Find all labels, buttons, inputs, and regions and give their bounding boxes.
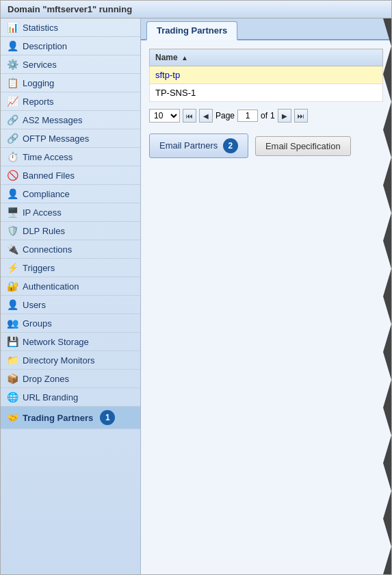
statistics-icon: 📊 — [6, 22, 18, 33]
sidebar-label-users: Users — [23, 300, 46, 310]
oftpmessages-icon: 🔗 — [6, 133, 18, 144]
sidebar-label-reports: Reports — [23, 97, 54, 107]
trading-partners-table: Name ▲ sftp-tpTP-SNS-1 — [149, 49, 383, 102]
total-pages: 1 — [270, 111, 275, 120]
table-row[interactable]: TP-SNS-1 — [150, 84, 383, 102]
sidebar-label-oftpmessages: OFTP Messages — [23, 133, 89, 144]
main-content: Trading Partners Name ▲ sftp-tpTP-SN — [141, 18, 391, 574]
title-bar: Domain "mftserver1" running — [1, 1, 391, 18]
sidebar-label-dlprules: DLP Rules — [23, 226, 65, 236]
logging-icon: 📋 — [6, 77, 18, 88]
sidebar-label-groups: Groups — [23, 318, 52, 329]
sidebar-item-users[interactable]: 👤Users — [1, 296, 140, 314]
sidebar-badge-tradingpartners: 1 — [100, 410, 115, 425]
timeaccess-icon: ⏱️ — [6, 151, 18, 162]
sidebar-label-authentication: Authentication — [23, 281, 79, 292]
sidebar-label-ipaccess: IP Access — [23, 207, 62, 218]
pagination-bar: 10 25 50 ⏮ ◀ Page of 1 ▶ ⏭ — [149, 109, 383, 123]
sort-asc-icon: ▲ — [181, 54, 188, 62]
sidebar-label-networkstorage: Network Storage — [23, 337, 89, 347]
content-area: Name ▲ sftp-tpTP-SNS-1 10 25 50 ⏮ — [141, 40, 391, 574]
sidebar-label-connections: Connections — [23, 244, 72, 255]
sidebar-label-statistics: Statistics — [23, 23, 58, 33]
prev-page-button[interactable]: ◀ — [199, 109, 213, 123]
sidebar-label-dropzones: Drop Zones — [23, 374, 69, 384]
email-partners-button[interactable]: Email Partners 2 — [149, 133, 248, 158]
table-row[interactable]: sftp-tp — [150, 66, 383, 84]
sidebar-item-reports[interactable]: 📈Reports — [1, 92, 140, 111]
title-text: Domain "mftserver1" running — [8, 4, 132, 14]
sidebar-item-timeaccess[interactable]: ⏱️Time Access — [1, 148, 140, 166]
authentication-icon: 🔐 — [6, 281, 18, 292]
sidebar-item-dlprules[interactable]: 🛡️DLP Rules — [1, 222, 140, 240]
page-input[interactable] — [237, 110, 258, 122]
sidebar-item-tradingpartners[interactable]: 🤝Trading Partners1 — [1, 407, 140, 429]
groups-icon: 👥 — [6, 318, 18, 329]
page-label: Page — [215, 111, 235, 120]
sidebar-item-as2messages[interactable]: 🔗AS2 Messages — [1, 111, 140, 129]
of-label: of — [261, 111, 267, 120]
reports-icon: 📈 — [6, 96, 18, 107]
networkstorage-icon: 💾 — [6, 336, 18, 347]
sidebar-item-directorymonitors[interactable]: 📁Directory Monitors — [1, 351, 140, 370]
column-name[interactable]: Name ▲ — [150, 49, 383, 66]
dlprules-icon: 🛡️ — [6, 225, 18, 236]
description-icon: 👤 — [6, 40, 18, 51]
page-size-select[interactable]: 10 25 50 — [149, 109, 180, 123]
services-icon: ⚙️ — [6, 59, 18, 70]
sidebar-item-ipaccess[interactable]: 🖥️IP Access — [1, 203, 140, 222]
sidebar-label-tradingpartners: Trading Partners — [23, 413, 93, 423]
sidebar-item-bannedfiles[interactable]: 🚫Banned Files — [1, 166, 140, 185]
last-page-button[interactable]: ⏭ — [294, 109, 308, 123]
email-partners-badge: 2 — [223, 138, 238, 153]
sidebar-item-authentication[interactable]: 🔐Authentication — [1, 277, 140, 296]
sidebar-item-dropzones[interactable]: 📦Drop Zones — [1, 370, 140, 388]
sidebar-item-compliance[interactable]: 👤Compliance — [1, 185, 140, 203]
directorymonitors-icon: 📁 — [6, 355, 18, 366]
as2messages-icon: 🔗 — [6, 114, 18, 125]
first-page-button[interactable]: ⏮ — [183, 109, 196, 123]
bannedfiles-icon: 🚫 — [6, 170, 18, 181]
sidebar-item-urlbranding[interactable]: 🌐URL Branding — [1, 388, 140, 407]
sidebar-item-groups[interactable]: 👥Groups — [1, 314, 140, 333]
sidebar-label-directorymonitors: Directory Monitors — [23, 355, 94, 366]
email-specification-button[interactable]: Email Specification — [255, 136, 351, 156]
sidebar-label-urlbranding: URL Branding — [23, 392, 78, 402]
sidebar-item-services[interactable]: ⚙️Services — [1, 55, 140, 74]
sidebar-label-logging: Logging — [23, 78, 54, 88]
sidebar-label-description: Description — [23, 41, 67, 51]
next-page-button[interactable]: ▶ — [278, 109, 291, 123]
sidebar-item-description[interactable]: 👤Description — [1, 37, 140, 55]
sidebar-label-as2messages: AS2 Messages — [23, 115, 82, 125]
sidebar-item-oftpmessages[interactable]: 🔗OFTP Messages — [1, 129, 140, 148]
sidebar-label-timeaccess: Time Access — [23, 152, 73, 162]
connections-icon: 🔌 — [6, 244, 18, 255]
compliance-icon: 👤 — [6, 188, 18, 199]
ipaccess-icon: 🖥️ — [6, 207, 18, 218]
sidebar-label-bannedfiles: Banned Files — [23, 170, 75, 181]
urlbranding-icon: 🌐 — [6, 392, 18, 402]
sidebar-item-connections[interactable]: 🔌Connections — [1, 240, 140, 259]
sidebar-item-logging[interactable]: 📋Logging — [1, 74, 140, 92]
bottom-buttons: Email Partners 2 Email Specification — [149, 133, 383, 158]
cell-name: sftp-tp — [150, 66, 383, 84]
tab-bar: Trading Partners — [141, 18, 391, 40]
users-icon: 👤 — [6, 299, 18, 310]
tab-trading-partners[interactable]: Trading Partners — [146, 21, 237, 40]
triggers-icon: ⚡ — [6, 262, 18, 273]
sidebar-item-statistics[interactable]: 📊Statistics — [1, 18, 140, 37]
sidebar-label-services: Services — [23, 60, 57, 70]
cell-name: TP-SNS-1 — [150, 84, 383, 102]
sidebar-item-triggers[interactable]: ⚡Triggers — [1, 259, 140, 277]
sidebar-label-triggers: Triggers — [23, 263, 55, 273]
tradingpartners-icon: 🤝 — [6, 412, 18, 423]
sidebar-item-networkstorage[interactable]: 💾Network Storage — [1, 333, 140, 351]
sidebar-label-compliance: Compliance — [23, 189, 70, 199]
sidebar: 📊Statistics👤Description⚙️Services📋Loggin… — [1, 18, 141, 574]
dropzones-icon: 📦 — [6, 373, 18, 384]
